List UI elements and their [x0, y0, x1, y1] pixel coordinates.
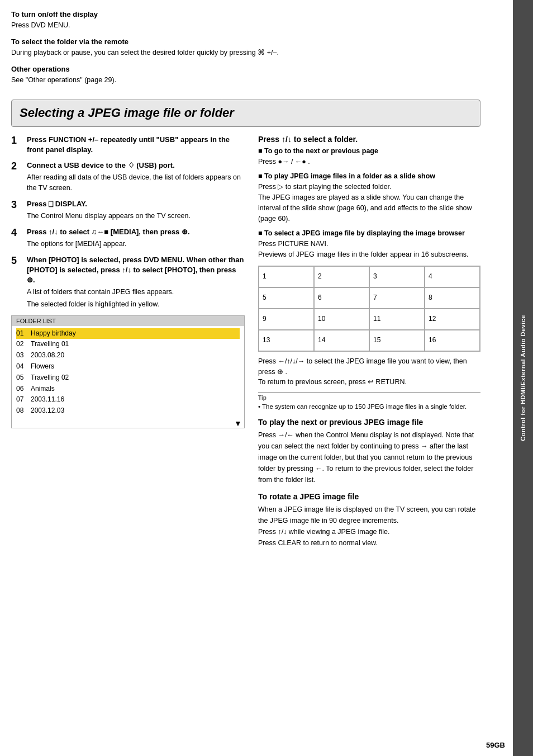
- sub-slideshow-title: ■ To play JPEG image files in a folder a…: [258, 172, 480, 180]
- page-container: To turn on/off the display Press DVD MEN…: [0, 0, 533, 756]
- folder-row-7-num: 07: [16, 394, 27, 405]
- after-grid-1: Press ←/↑/↓/→ to select the JPEG image f…: [258, 356, 480, 377]
- next-prev-jpeg-title: To play the next or previous JPEG image …: [258, 418, 480, 427]
- image-cell-11-label: 11: [373, 315, 380, 323]
- folder-row-6: 06 Animals: [16, 384, 240, 395]
- folder-row-5-name: Travelling 02: [31, 372, 69, 384]
- step-4-number: 4: [11, 227, 23, 239]
- image-cell-15: 15: [369, 330, 425, 351]
- step-5: 5 When [PHOTO] is selected, press DVD ME…: [11, 255, 245, 310]
- step-2-title: Connect a USB device to the ♢ (USB) port…: [27, 160, 245, 171]
- step-3-title: Press ⎕ DISPLAY.: [27, 199, 245, 209]
- image-cell-15-label: 15: [373, 336, 380, 344]
- folder-row-4-name: Flowers: [31, 361, 54, 372]
- step-5-title: When [PHOTO] is selected, press DVD MENU…: [27, 255, 245, 286]
- step-4-content: Press ↑/↓ to select ♫↔■ [MEDIA], then pr…: [27, 227, 245, 249]
- sub-next-prev-page: ■ To go to the next or previous page Pre…: [258, 147, 480, 167]
- other-operations-title: Other operations: [11, 65, 480, 73]
- image-cell-9: 9: [259, 309, 314, 330]
- folder-list-header: FOLDER LIST: [12, 316, 244, 326]
- sub-image-browser-body2: Previews of JPEG image files in the fold…: [258, 249, 480, 260]
- folder-row-2-name: Travelling 01: [31, 339, 69, 350]
- folder-row-6-num: 06: [16, 384, 27, 395]
- image-cell-2: 2: [314, 266, 369, 287]
- rotate-jpeg-body3: Press CLEAR to return to normal view.: [258, 537, 480, 549]
- image-cell-1-label: 1: [263, 272, 266, 280]
- folder-row-8-num: 08: [16, 405, 27, 417]
- step-4-title: Press ↑/↓ to select ♫↔■ [MEDIA], then pr…: [27, 227, 245, 237]
- sub-slideshow-body1: Press ▷ to start playing the selected fo…: [258, 182, 480, 192]
- top-sections: To turn on/off the display Press DVD MEN…: [11, 10, 480, 92]
- step-5-content: When [PHOTO] is selected, press DVD MENU…: [27, 255, 245, 310]
- top-left-blocks: To turn on/off the display Press DVD MEN…: [11, 10, 480, 92]
- sub-image-browser: ■ To select a JPEG image file by display…: [258, 229, 480, 260]
- rotate-jpeg-title: To rotate a JPEG image file: [258, 492, 480, 501]
- step-5-body1: A list of folders that contain JPEG file…: [27, 287, 245, 297]
- image-cell-12: 12: [425, 309, 480, 330]
- step-2-number: 2: [11, 160, 23, 173]
- folder-row-8-name: 2003.12.03: [31, 405, 64, 417]
- page-number: 59GB: [486, 741, 505, 749]
- step-1-title: Press FUNCTION +/– repeatedly until "USB…: [27, 135, 245, 155]
- folder-row-1-name: Happy birthday: [31, 328, 76, 339]
- sub-next-prev-page-title: ■ To go to the next or previous page: [258, 147, 480, 155]
- folder-row-5: 05 Travelling 02: [16, 372, 240, 384]
- next-prev-jpeg-section: To play the next or previous JPEG image …: [258, 418, 480, 485]
- step-1-content: Press FUNCTION +/– repeatedly until "USB…: [27, 135, 245, 155]
- image-cell-6-label: 6: [318, 294, 322, 301]
- two-column-layout: 1 Press FUNCTION +/– repeatedly until "U…: [11, 135, 480, 549]
- tip-box: Tip • The system can recognize up to 150…: [258, 392, 480, 411]
- image-cell-8-label: 8: [429, 294, 432, 301]
- folder-row-2-num: 02: [16, 339, 27, 350]
- left-column: 1 Press FUNCTION +/– repeatedly until "U…: [11, 135, 245, 549]
- folder-row-8: 08 2003.12.03: [16, 405, 240, 417]
- turn-on-off-title: To turn on/off the display: [11, 10, 480, 18]
- sidebar: Control for HDMI/External Audio Device: [513, 0, 533, 756]
- step-4-body: The options for [MEDIA] appear.: [27, 239, 245, 249]
- folder-row-3: 03 2003.08.20: [16, 350, 240, 361]
- folder-row-3-name: 2003.08.20: [31, 350, 64, 361]
- image-cell-5: 5: [259, 287, 314, 309]
- image-cell-16: 16: [425, 330, 480, 351]
- turn-on-off-section: To turn on/off the display Press DVD MEN…: [11, 10, 480, 31]
- rotate-jpeg-body2: Press ↑/↓ while viewing a JPEG image fil…: [258, 526, 480, 537]
- select-folder-section: To select the folder via the remote Duri…: [11, 37, 480, 58]
- after-grid-2: To return to previous screen, press ↩ RE…: [258, 377, 480, 388]
- image-cell-4: 4: [425, 266, 480, 287]
- image-cell-7-label: 7: [373, 294, 377, 301]
- rotate-jpeg-body1: When a JPEG image file is displayed on t…: [258, 504, 480, 526]
- image-cell-10: 10: [314, 309, 369, 330]
- step-6-title: Press ↑/↓ to select a folder.: [258, 135, 480, 144]
- image-cell-11: 11: [369, 309, 425, 330]
- image-cell-13: 13: [259, 330, 314, 351]
- step-1: 1 Press FUNCTION +/– repeatedly until "U…: [11, 135, 245, 155]
- select-folder-body: During playback or pause, you can select…: [11, 48, 480, 58]
- step-2-content: Connect a USB device to the ♢ (USB) port…: [27, 160, 245, 193]
- image-cell-16-label: 16: [429, 336, 436, 344]
- folder-row-6-name: Animals: [31, 384, 55, 395]
- turn-on-off-body: Press DVD MENU.: [11, 20, 480, 31]
- image-cell-3: 3: [369, 266, 425, 287]
- folder-row-2: 02 Travelling 01: [16, 339, 240, 350]
- folder-row-7-name: 2003.11.16: [31, 394, 64, 405]
- step-3-content: Press ⎕ DISPLAY. The Control Menu displa…: [27, 199, 245, 221]
- big-section-box: Selecting a JPEG image file or folder: [11, 100, 480, 126]
- folder-row-1: 01 Happy birthday: [16, 328, 240, 339]
- main-content: To turn on/off the display Press DVD MEN…: [0, 0, 492, 756]
- step-3-number: 3: [11, 199, 23, 211]
- folder-row-5-num: 05: [16, 372, 27, 384]
- folder-row-4-num: 04: [16, 361, 27, 372]
- step-4: 4 Press ↑/↓ to select ♫↔■ [MEDIA], then …: [11, 227, 245, 249]
- big-section-title: Selecting a JPEG image file or folder: [20, 106, 472, 120]
- select-folder-title: To select the folder via the remote: [11, 37, 480, 46]
- other-operations-body: See "Other operations" (page 29).: [11, 75, 480, 86]
- image-cell-2-label: 2: [318, 272, 322, 280]
- folder-row-4: 04 Flowers: [16, 361, 240, 372]
- step-5-number: 5: [11, 255, 23, 267]
- tip-text: • The system can recognize up to 150 JPE…: [258, 402, 480, 411]
- other-operations-section: Other operations See "Other operations" …: [11, 65, 480, 86]
- sub-slideshow: ■ To play JPEG image files in a folder a…: [258, 172, 480, 224]
- folder-row-1-num: 01: [16, 328, 27, 339]
- image-cell-6: 6: [314, 287, 369, 309]
- step-2-body: After reading all data of the USB device…: [27, 172, 245, 193]
